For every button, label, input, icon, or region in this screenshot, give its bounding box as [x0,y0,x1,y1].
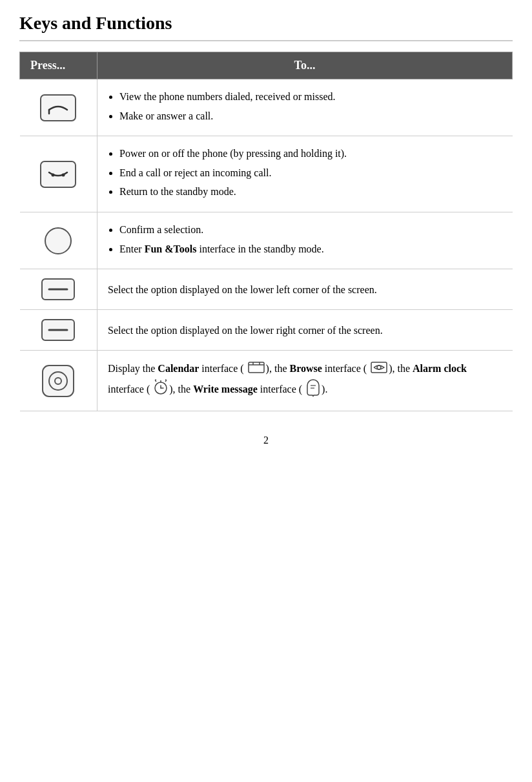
end-key-cell [20,136,97,212]
confirm-key-desc: Confirm a selection. Enter Fun &Tools in… [97,212,513,269]
svg-rect-13 [249,362,264,373]
page-number: 2 [19,435,513,446]
lsk-desc: Select the option displayed on the lower… [97,269,513,310]
table-row: Select the option displayed on the lower… [20,269,513,310]
nav-key-desc: Display the Calendar interface ( ), the … [97,351,513,411]
confirm-key-cell [20,212,97,269]
navigation-key-icon [28,365,90,397]
browse-inline-icon [371,361,387,378]
end-key-icon [28,161,90,188]
list-item: Enter Fun &Tools interface in the standb… [119,241,505,258]
table-row: Select the option displayed on the lower… [20,310,513,351]
svg-point-3 [52,173,55,176]
send-key-icon [28,94,90,121]
rsk-desc: Select the option displayed on the lower… [97,310,513,351]
left-soft-key-icon [28,278,90,300]
message-inline-icon [306,378,320,402]
list-item: Return to the standby mode. [119,183,505,200]
confirm-key-icon [28,227,90,255]
end-key-desc: Power on or off the phone (by pressing a… [97,136,513,212]
calendar-inline-icon [248,361,265,378]
list-item: Power on or off the phone (by pressing a… [119,145,505,162]
table-row: Display the Calendar interface ( ), the … [20,351,513,411]
col-to-header: To... [97,52,513,79]
svg-rect-0 [41,95,76,121]
alarm-inline-icon [154,379,168,401]
svg-point-5 [45,228,71,254]
svg-point-4 [62,173,65,176]
send-key-cell [20,79,97,136]
table-row: Confirm a selection. Enter Fun &Tools in… [20,212,513,269]
svg-rect-2 [41,161,76,187]
page-title: Keys and Functions [19,13,513,41]
send-key-desc: View the phone numbers dialed, received … [97,79,513,136]
list-item: Confirm a selection. [119,221,505,238]
nav-key-cell [20,351,97,411]
keys-functions-table: Press... To... View the phone numbers di… [19,52,513,411]
list-item: View the phone numbers dialed, received … [119,88,505,105]
svg-rect-10 [43,365,74,396]
lsk-cell [20,269,97,310]
col-press-header: Press... [20,52,97,79]
table-row: Power on or off the phone (by pressing a… [20,136,513,212]
svg-point-18 [377,365,381,369]
list-item: Make or answer a call. [119,108,505,125]
rsk-cell [20,310,97,351]
table-row: View the phone numbers dialed, received … [20,79,513,136]
right-soft-key-icon [28,319,90,341]
list-item: End a call or reject an incoming call. [119,165,505,181]
